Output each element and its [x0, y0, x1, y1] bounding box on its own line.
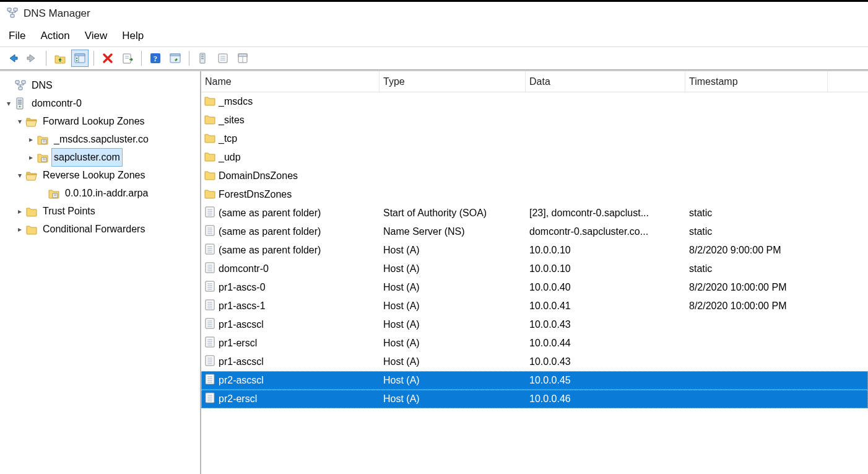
tree-pane: DNS ▾ domcontr-0 ▾ Forward Lookup Zones …	[0, 71, 201, 474]
record-timestamp	[685, 390, 828, 408]
tree-rlz[interactable]: ▾ Reverse Lookup Zones	[4, 166, 197, 184]
properties-button[interactable]	[167, 50, 184, 67]
list-row[interactable]: pr1-ascsclHost (A)10.0.0.43	[201, 315, 868, 334]
record-icon	[204, 317, 216, 332]
delete-button[interactable]	[99, 50, 116, 67]
record-name: pr1-ascs-1	[219, 301, 266, 312]
menu-help[interactable]: Help	[122, 30, 144, 42]
record-type	[380, 111, 526, 129]
tree-label: Reverse Lookup Zones	[41, 167, 147, 184]
help-button[interactable]	[147, 50, 164, 67]
tree-server[interactable]: ▾ domcontr-0	[4, 94, 197, 112]
list-row[interactable]: (same as parent folder)Start of Authorit…	[201, 204, 868, 222]
record-timestamp: static	[685, 222, 828, 241]
menubar: File Action View Help	[0, 25, 868, 46]
zone-icon	[36, 151, 50, 164]
list-row[interactable]: (same as parent folder)Name Server (NS)d…	[201, 222, 868, 241]
record-icon	[204, 224, 216, 239]
list-row[interactable]: pr1-ascs-1Host (A)10.0.0.418/2/2020 10:0…	[201, 297, 868, 315]
folder-icon	[25, 204, 38, 218]
record-type: Host (A)	[380, 297, 526, 315]
filter-icon	[237, 52, 249, 64]
record-timestamp	[685, 334, 828, 353]
record-timestamp	[685, 129, 828, 148]
tree-label: Trust Points	[41, 203, 97, 220]
record-name: _udp	[219, 152, 241, 163]
tree-cond-fwd[interactable]: ▸ Conditional Forwarders	[4, 220, 197, 238]
tree-label: 0.0.10.in-addr.arpa	[63, 185, 150, 202]
record-type	[380, 92, 526, 111]
chevron-down-icon[interactable]: ▾	[4, 95, 14, 112]
record-data: [23], domcontr-0.sapclust...	[526, 204, 685, 222]
list-row[interactable]: pr1-ersclHost (A)10.0.0.44	[201, 334, 868, 353]
record-name: _msdcs	[219, 96, 253, 107]
arrow-right-icon	[26, 52, 38, 64]
filter-button[interactable]	[234, 50, 251, 67]
column-type[interactable]: Type	[380, 71, 526, 92]
chevron-right-icon[interactable]: ▸	[15, 221, 25, 238]
tree-flz[interactable]: ▾ Forward Lookup Zones	[4, 112, 197, 130]
column-timestamp[interactable]: Timestamp	[685, 71, 828, 92]
properties-icon	[169, 52, 181, 64]
tree-root[interactable]: DNS	[4, 76, 197, 94]
new-record-button[interactable]	[214, 50, 232, 67]
record-type: Host (A)	[380, 278, 526, 297]
dns-tree[interactable]: DNS ▾ domcontr-0 ▾ Forward Lookup Zones …	[4, 76, 197, 238]
record-type	[380, 167, 526, 185]
list-row[interactable]: pr1-ascs-0Host (A)10.0.0.408/2/2020 10:0…	[201, 278, 868, 297]
list-row[interactable]: pr2-ersclHost (A)10.0.0.46	[201, 390, 868, 408]
list-row[interactable]: _msdcs	[201, 92, 868, 111]
list-row[interactable]: _sites	[201, 111, 868, 129]
list-body[interactable]: _msdcs_sites_tcp_udpDomainDnsZonesForest…	[201, 92, 868, 474]
record-icon	[204, 373, 216, 388]
chevron-down-icon[interactable]: ▾	[15, 113, 25, 130]
list-row[interactable]: pr1-ascsclHost (A)10.0.0.43	[201, 353, 868, 371]
dns-app-icon	[6, 7, 19, 21]
record-type: Name Server (NS)	[380, 222, 526, 241]
export-list-button[interactable]	[119, 50, 136, 67]
record-data: 10.0.0.40	[526, 278, 685, 297]
server-icon	[14, 97, 27, 110]
forward-button[interactable]	[24, 50, 41, 67]
server-button[interactable]	[194, 50, 212, 67]
tree-rlz-zone[interactable]: 0.0.10.in-addr.arpa	[4, 184, 197, 202]
record-data	[526, 148, 685, 167]
show-hide-tree-button[interactable]	[71, 50, 89, 67]
list-row[interactable]: (same as parent folder)Host (A)10.0.0.10…	[201, 241, 868, 260]
menu-file[interactable]: File	[9, 30, 25, 42]
list-row[interactable]: DomainDnsZones	[201, 167, 868, 185]
titlebar: DNS Manager	[0, 2, 868, 25]
record-name: pr2-erscl	[219, 393, 257, 405]
record-name: domcontr-0	[219, 263, 269, 274]
column-data[interactable]: Data	[526, 71, 685, 92]
list-row[interactable]: domcontr-0Host (A)10.0.0.10static	[201, 260, 868, 278]
folder-icon	[25, 222, 38, 236]
record-data	[526, 167, 685, 185]
tree-trust-points[interactable]: ▸ Trust Points	[4, 202, 197, 220]
help-icon	[149, 52, 162, 64]
record-data: 10.0.0.43	[526, 315, 685, 334]
record-icon	[204, 392, 216, 406]
list-row[interactable]: _tcp	[201, 129, 868, 148]
list-row[interactable]: pr2-ascsclHost (A)10.0.0.45	[201, 371, 868, 390]
list-row[interactable]: ForestDnsZones	[201, 185, 868, 204]
tree-label: DNS	[30, 77, 54, 94]
chevron-down-icon[interactable]: ▾	[15, 167, 25, 184]
list-row[interactable]: _udp	[201, 148, 868, 167]
tree-zone-sapcluster[interactable]: ▸ sapcluster.com	[4, 148, 197, 166]
record-timestamp	[685, 167, 828, 185]
chevron-right-icon[interactable]: ▸	[26, 149, 36, 166]
record-name: (same as parent folder)	[219, 245, 321, 256]
chevron-right-icon[interactable]: ▸	[15, 203, 25, 220]
chevron-right-icon[interactable]: ▸	[26, 131, 36, 148]
menu-action[interactable]: Action	[40, 30, 69, 42]
tree-zone-msdcs[interactable]: ▸ _msdcs.sapcluster.co	[4, 130, 197, 148]
menu-view[interactable]: View	[85, 30, 108, 42]
back-button[interactable]	[4, 50, 21, 67]
record-name: _sites	[219, 115, 245, 126]
folder-icon	[204, 94, 216, 109]
delete-icon	[102, 52, 114, 64]
column-name[interactable]: Name	[201, 71, 380, 92]
window-title: DNS Manager	[24, 7, 90, 20]
up-folder-button[interactable]	[51, 50, 69, 67]
